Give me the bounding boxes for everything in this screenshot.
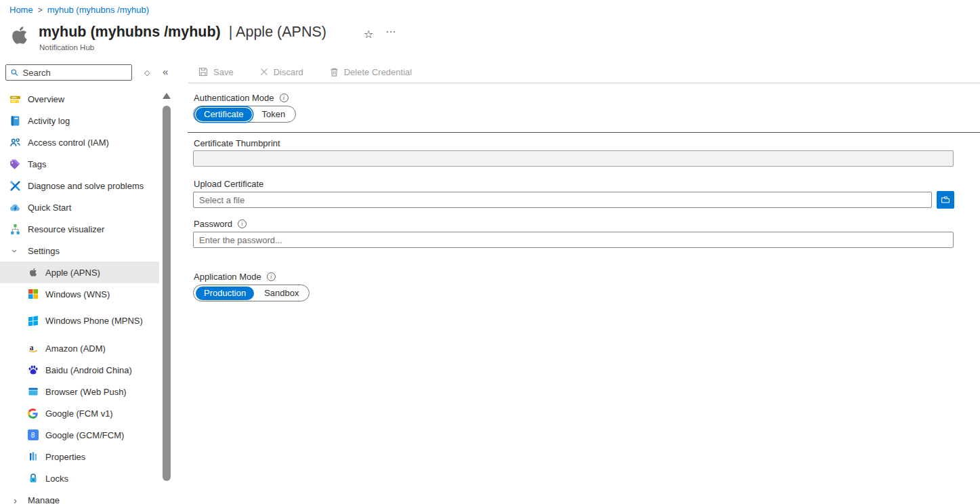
sidebar-item-label: Windows Phone (MPNS) — [45, 316, 147, 327]
chevron-right-icon: › — [9, 495, 21, 504]
sidebar-item-quick-start[interactable]: Quick Start — [0, 196, 159, 218]
sidebar-item-overview[interactable]: Overview — [0, 88, 159, 110]
sidebar-item-windows-phone-mpns[interactable]: Windows Phone (MPNS) — [0, 305, 159, 337]
sidebar-item-apple-apns[interactable]: Apple (APNS) — [0, 261, 159, 283]
page-title-resource: myhub (myhubns /myhub) — [39, 24, 221, 40]
sidebar-item-label: Tags — [28, 159, 46, 169]
sidebar-item-resource-visualizer[interactable]: Resource visualizer — [0, 218, 159, 240]
gcm-icon: 8 — [27, 429, 39, 441]
resource-type-subtitle: Notification Hub — [39, 43, 94, 51]
app-mode-toggle: Production Sandbox — [193, 285, 310, 301]
activity-log-icon — [9, 115, 21, 127]
certificate-thumbprint-input[interactable] — [193, 150, 954, 167]
sidebar-item-browser-web-push[interactable]: Browser (Web Push) — [0, 381, 159, 402]
sidebar-item-label: Amazon (ADM) — [45, 343, 106, 354]
sidebar-item-amazon-adm[interactable]: a Amazon (ADM) — [0, 337, 159, 359]
sidebar-item-tags[interactable]: Tags — [0, 153, 159, 175]
sidebar-item-label: Overview — [28, 94, 64, 104]
app-mode-label-text: Application Mode — [194, 272, 261, 282]
page-title: myhub (myhubns /myhub) | Apple (APNS) — [39, 22, 326, 41]
search-icon — [10, 68, 19, 77]
sidebar-item-label: Access control (IAM) — [28, 138, 109, 148]
search-input[interactable] — [23, 68, 128, 78]
sidebar-item-label: Baidu (Android China) — [45, 365, 132, 375]
resource-visualizer-icon — [9, 224, 21, 235]
sidebar-item-label: Locks — [45, 474, 68, 484]
sidebar-item-diagnose[interactable]: Diagnose and solve problems — [0, 175, 159, 196]
sidebar-item-google-fcm-v1[interactable]: Google (FCM v1) — [0, 402, 159, 424]
sidebar-item-label: Google (FCM v1) — [45, 408, 113, 419]
quick-start-cloud-icon — [9, 202, 21, 213]
password-label-text: Password — [194, 219, 232, 229]
folder-icon — [941, 194, 950, 205]
overview-icon — [9, 93, 21, 105]
breadcrumb-home-link[interactable]: Home — [9, 5, 33, 15]
delete-credential-button[interactable]: Delete Credential — [325, 66, 416, 78]
sidebar-section-manage[interactable]: › Manage — [0, 489, 159, 504]
save-label: Save — [213, 67, 234, 77]
auth-mode-label: Authentication Mode i — [194, 93, 289, 103]
sidebar-item-label: Activity log — [28, 116, 70, 126]
amazon-icon: a — [27, 343, 39, 354]
discard-label: Discard — [274, 67, 303, 77]
auth-mode-label-text: Authentication Mode — [194, 93, 274, 103]
command-bar-divider — [188, 83, 980, 83]
discard-button[interactable]: Discard — [255, 66, 307, 78]
sidebar-item-baidu[interactable]: Baidu (Android China) — [0, 359, 159, 381]
apple-icon — [27, 267, 39, 278]
more-options-icon[interactable]: … — [381, 22, 401, 36]
sidebar-section-label: Settings — [28, 246, 60, 256]
sidebar-item-locks[interactable]: Locks — [0, 467, 159, 489]
auth-mode-toggle: Certificate Token — [193, 106, 296, 123]
sidebar-item-google-gcm-fcm[interactable]: 8 Google (GCM/FCM) — [0, 424, 159, 446]
resource-menu: Overview Activity log Access control (IA… — [0, 88, 159, 504]
info-icon[interactable]: i — [280, 93, 289, 102]
page-title-blade: | Apple (APNS) — [229, 24, 326, 40]
sidebar-item-label: Diagnose and solve problems — [28, 181, 144, 191]
browse-file-button[interactable] — [937, 191, 954, 209]
upload-certificate-input[interactable] — [193, 192, 932, 208]
browser-window-icon — [27, 386, 39, 398]
access-control-icon — [9, 137, 21, 148]
breadcrumb-current-link[interactable]: myhub (myhubns /myhub) — [47, 5, 149, 15]
windows-phone-icon — [27, 316, 39, 327]
save-button[interactable]: Save — [194, 66, 238, 78]
discard-x-icon — [259, 67, 269, 77]
svg-text:a: a — [29, 343, 33, 352]
command-bar: Save Discard Delete Credential — [194, 66, 416, 78]
sidebar-item-properties[interactable]: Properties — [0, 446, 159, 467]
sidebar-section-label: Manage — [28, 495, 60, 504]
upload-certificate-label-text: Upload Certificate — [194, 179, 263, 189]
info-icon[interactable]: i — [238, 219, 247, 228]
azure-portal-page: Home > myhub (myhubns /myhub) myhub (myh… — [0, 0, 980, 504]
sidebar-item-label: Resource visualizer — [28, 224, 104, 234]
collapse-menu-icon[interactable]: « — [158, 65, 172, 78]
windows-icon — [27, 289, 39, 300]
app-mode-production-option[interactable]: Production — [196, 287, 254, 300]
app-mode-label: Application Mode i — [194, 272, 276, 282]
sidebar-item-access-control[interactable]: Access control (IAM) — [0, 131, 159, 153]
sidebar-item-windows-wns[interactable]: Windows (WNS) — [0, 283, 159, 305]
trash-icon — [329, 67, 339, 77]
scrollbar-up-arrow[interactable] — [163, 93, 171, 99]
sidebar-item-label: Quick Start — [28, 203, 71, 213]
section-divider — [188, 132, 980, 133]
menu-pin-icon[interactable]: ◇ — [140, 68, 154, 78]
auth-mode-token-option[interactable]: Token — [254, 108, 294, 121]
apple-logo-icon — [8, 24, 31, 47]
favorite-star-icon[interactable]: ☆ — [360, 27, 377, 41]
certificate-thumbprint-label-text: Certificate Thumbprint — [194, 138, 280, 148]
certificate-thumbprint-label: Certificate Thumbprint — [194, 138, 280, 148]
save-icon — [198, 66, 209, 77]
app-mode-sandbox-option[interactable]: Sandbox — [256, 287, 307, 300]
password-input[interactable] — [193, 232, 954, 248]
sidebar-item-activity-log[interactable]: Activity log — [0, 110, 159, 131]
sidebar-section-settings[interactable]: › Settings — [0, 240, 159, 261]
auth-mode-certificate-option[interactable]: Certificate — [196, 108, 252, 121]
sidebar-search[interactable] — [5, 64, 132, 81]
breadcrumb: Home > myhub (myhubns /myhub) — [9, 5, 149, 15]
info-icon[interactable]: i — [267, 272, 276, 281]
diagnose-tools-icon — [9, 180, 21, 192]
sidebar-item-label: Apple (APNS) — [45, 268, 100, 278]
scrollbar-thumb[interactable] — [163, 106, 171, 481]
